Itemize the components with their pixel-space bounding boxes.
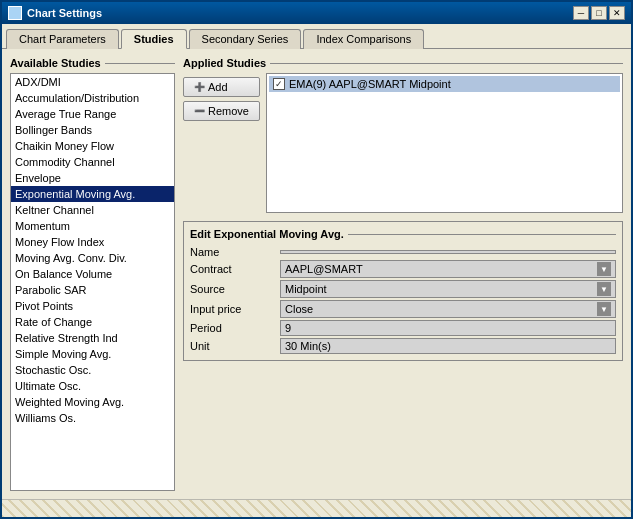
edit-field-label: Contract <box>190 263 280 275</box>
add-icon: ➕ <box>194 82 205 92</box>
applied-studies-label: Applied Studies <box>183 57 266 69</box>
edit-section: Edit Exponential Moving Avg. NameContrac… <box>183 221 623 361</box>
list-item[interactable]: On Balance Volume <box>11 266 174 282</box>
close-button[interactable]: ✕ <box>609 6 625 20</box>
edit-row: Input priceClose▼ <box>190 300 616 318</box>
available-studies-label: Available Studies <box>10 57 101 69</box>
applied-studies-buttons: ➕ Add ➖ Remove <box>183 73 260 213</box>
list-item[interactable]: Williams Os. <box>11 410 174 426</box>
list-item[interactable]: Stochastic Osc. <box>11 362 174 378</box>
edit-input-period[interactable]: 9 <box>280 320 616 336</box>
applied-studies-area: ➕ Add ➖ Remove ✓EMA(9) AAPL@SMART Midpoi… <box>183 73 623 213</box>
tab-studies[interactable]: Studies <box>121 29 187 49</box>
remove-icon: ➖ <box>194 106 205 116</box>
chevron-down-icon[interactable]: ▼ <box>597 262 611 276</box>
window-icon <box>8 6 22 20</box>
list-item[interactable]: Exponential Moving Avg. <box>11 186 174 202</box>
select-text: AAPL@SMART <box>285 263 597 275</box>
tab-secondary-series[interactable]: Secondary Series <box>189 29 302 49</box>
check-icon[interactable]: ✓ <box>273 78 285 90</box>
left-panel: Available Studies ADX/DMIAccumulation/Di… <box>10 57 175 491</box>
applied-item-label: EMA(9) AAPL@SMART Midpoint <box>289 78 451 90</box>
bottom-strip <box>2 499 631 517</box>
edit-header-line <box>348 234 616 235</box>
edit-fields: NameContractAAPL@SMART▼SourceMidpoint▼In… <box>190 246 616 354</box>
remove-button[interactable]: ➖ Remove <box>183 101 260 121</box>
list-item[interactable]: Parabolic SAR <box>11 282 174 298</box>
edit-field-label: Input price <box>190 303 280 315</box>
edit-field-label: Period <box>190 322 280 334</box>
studies-list[interactable]: ADX/DMIAccumulation/DistributionAverage … <box>10 73 175 491</box>
edit-row: Name <box>190 246 616 258</box>
list-item[interactable]: Average True Range <box>11 106 174 122</box>
edit-select-source[interactable]: Midpoint▼ <box>280 280 616 298</box>
list-item[interactable]: Commodity Channel <box>11 154 174 170</box>
list-item[interactable]: Chaikin Money Flow <box>11 138 174 154</box>
list-item[interactable]: Relative Strength Ind <box>11 330 174 346</box>
chevron-down-icon[interactable]: ▼ <box>597 302 611 316</box>
applied-studies-header: Applied Studies <box>183 57 623 69</box>
tab-index-comparisons[interactable]: Index Comparisons <box>303 29 424 49</box>
chart-settings-window: Chart Settings ─ □ ✕ Chart Parameters St… <box>0 0 633 519</box>
remove-label: Remove <box>208 105 249 117</box>
list-item[interactable]: Simple Moving Avg. <box>11 346 174 362</box>
list-item[interactable]: Ultimate Osc. <box>11 378 174 394</box>
list-item[interactable]: ADX/DMI <box>11 74 174 90</box>
title-bar-left: Chart Settings <box>8 6 102 20</box>
edit-row: Period9 <box>190 320 616 336</box>
list-item[interactable]: Moving Avg. Conv. Div. <box>11 250 174 266</box>
list-item[interactable]: Pivot Points <box>11 298 174 314</box>
edit-select-input-price[interactable]: Close▼ <box>280 300 616 318</box>
tab-chart-parameters[interactable]: Chart Parameters <box>6 29 119 49</box>
edit-row: Unit30 Min(s) <box>190 338 616 354</box>
list-item[interactable]: Envelope <box>11 170 174 186</box>
edit-select-contract[interactable]: AAPL@SMART▼ <box>280 260 616 278</box>
list-item[interactable]: Bollinger Bands <box>11 122 174 138</box>
select-text: Close <box>285 303 597 315</box>
title-bar: Chart Settings ─ □ ✕ <box>2 2 631 24</box>
available-studies-header: Available Studies <box>10 57 175 69</box>
main-content: Available Studies ADX/DMIAccumulation/Di… <box>2 49 631 499</box>
list-item[interactable]: Money Flow Index <box>11 234 174 250</box>
applied-item[interactable]: ✓EMA(9) AAPL@SMART Midpoint <box>269 76 620 92</box>
edit-field-label: Source <box>190 283 280 295</box>
header-line-right <box>270 63 623 64</box>
list-item[interactable]: Momentum <box>11 218 174 234</box>
edit-field-label: Unit <box>190 340 280 352</box>
minimize-button[interactable]: ─ <box>573 6 589 20</box>
header-line <box>105 63 175 64</box>
list-item[interactable]: Accumulation/Distribution <box>11 90 174 106</box>
edit-field-label: Name <box>190 246 280 258</box>
list-item[interactable]: Rate of Change <box>11 314 174 330</box>
edit-section-header: Edit Exponential Moving Avg. <box>190 228 616 240</box>
right-panel: Applied Studies ➕ Add ➖ Remove <box>183 57 623 491</box>
edit-input-unit[interactable]: 30 Min(s) <box>280 338 616 354</box>
edit-row: SourceMidpoint▼ <box>190 280 616 298</box>
applied-studies-section: Applied Studies ➕ Add ➖ Remove <box>183 57 623 213</box>
applied-studies-list[interactable]: ✓EMA(9) AAPL@SMART Midpoint <box>266 73 623 213</box>
edit-input-name[interactable] <box>280 250 616 254</box>
add-button[interactable]: ➕ Add <box>183 77 260 97</box>
maximize-button[interactable]: □ <box>591 6 607 20</box>
title-bar-controls: ─ □ ✕ <box>573 6 625 20</box>
window-title: Chart Settings <box>27 7 102 19</box>
list-item[interactable]: Keltner Channel <box>11 202 174 218</box>
tabs-row: Chart Parameters Studies Secondary Serie… <box>2 24 631 49</box>
select-text: Midpoint <box>285 283 597 295</box>
edit-section-label: Edit Exponential Moving Avg. <box>190 228 344 240</box>
edit-row: ContractAAPL@SMART▼ <box>190 260 616 278</box>
add-label: Add <box>208 81 228 93</box>
list-item[interactable]: Weighted Moving Avg. <box>11 394 174 410</box>
chevron-down-icon[interactable]: ▼ <box>597 282 611 296</box>
